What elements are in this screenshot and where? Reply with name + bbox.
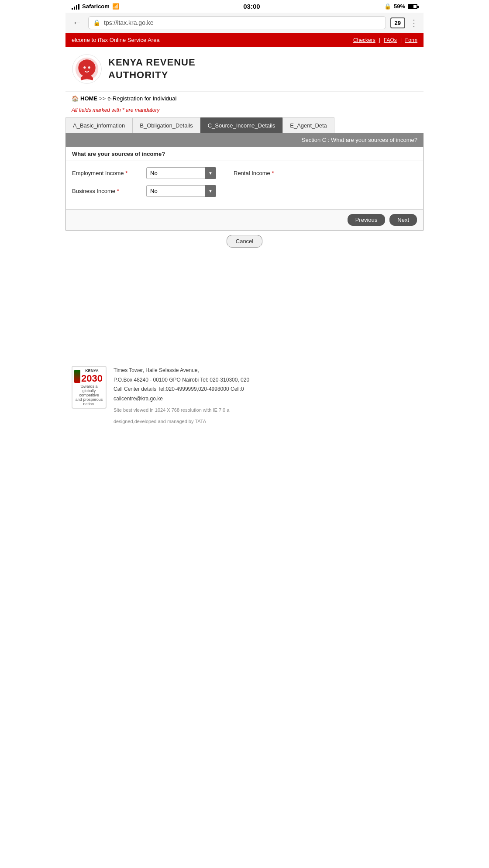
status-time: 03:00 bbox=[243, 3, 260, 10]
top-banner-links: Checkers | FAQs | Form bbox=[353, 37, 417, 43]
browser-lock-icon: 🔒 bbox=[93, 19, 100, 26]
spacer bbox=[65, 252, 424, 339]
cancel-button-wrap: Cancel bbox=[65, 231, 424, 252]
tab-e-agent-details[interactable]: E_Agent_Deta bbox=[282, 117, 334, 133]
income-sources-form: What are your sources of income? Employm… bbox=[65, 147, 424, 231]
lock-status-icon: 🔒 bbox=[384, 3, 391, 10]
svg-point-2 bbox=[83, 66, 86, 69]
home-icon: 🏠 bbox=[72, 95, 79, 102]
tab-c-source-income-details[interactable]: C_Source_Income_Details bbox=[200, 117, 283, 133]
footer-info: Times Tower, Haile Selassie Avenue, P.O.… bbox=[114, 366, 249, 426]
footer-pobox: P.O.Box 48240 - 00100 GPO Nairobi Tel: 0… bbox=[114, 375, 249, 385]
home-link[interactable]: HOME bbox=[80, 95, 97, 102]
section-header: Section C : What are your sources of inc… bbox=[65, 133, 424, 147]
footer-email: callcentre@kra.go.ke bbox=[114, 394, 249, 404]
mandatory-note: All fields marked with * are mandatory bbox=[65, 105, 424, 117]
business-income-select-wrap: No Yes bbox=[146, 185, 216, 197]
footer-site-note: Site best viewed in 1024 X 768 resolutio… bbox=[114, 406, 249, 415]
footer-developer: designed,developed and managed by TATA bbox=[114, 417, 249, 426]
kra-logo-image bbox=[72, 54, 102, 84]
vision-2030-logo: KENYA 2030 towards a globally competitiv… bbox=[72, 366, 107, 409]
breadcrumb-separator: >> bbox=[99, 95, 106, 102]
footer-address: Times Tower, Haile Selassie Avenue, bbox=[114, 366, 249, 375]
rental-income-required: * bbox=[272, 170, 274, 176]
faqs-link[interactable]: FAQs bbox=[384, 37, 397, 43]
tab-b-obligation-details[interactable]: B_Obligation_Details bbox=[132, 117, 200, 133]
business-income-select[interactable]: No Yes bbox=[146, 185, 216, 197]
checkers-link[interactable]: Checkers bbox=[353, 37, 375, 43]
form-inner: Employment Income * No Yes Rental Income… bbox=[66, 161, 423, 209]
tabs-bar: A_Basic_information B_Obligation_Details… bbox=[65, 117, 424, 133]
navigation-buttons-bar: Previous Next bbox=[66, 209, 423, 230]
tab-count-button[interactable]: 29 bbox=[390, 17, 405, 28]
business-income-row: Business Income * No Yes bbox=[72, 185, 417, 197]
status-right: 🔒 59% bbox=[384, 3, 417, 10]
vision-sub1: towards a globally competitive bbox=[74, 384, 104, 397]
status-left: Safaricom 📶 bbox=[72, 3, 119, 10]
cancel-button[interactable]: Cancel bbox=[227, 235, 262, 248]
wifi-icon: 📶 bbox=[112, 3, 119, 10]
status-bar: Safaricom 📶 03:00 🔒 59% bbox=[65, 0, 424, 13]
battery-percent: 59% bbox=[394, 3, 405, 10]
url-text: tps://itax.kra.go.ke bbox=[104, 19, 154, 26]
footer-logo-wrap: KENYA 2030 towards a globally competitiv… bbox=[72, 366, 107, 409]
back-button[interactable]: ← bbox=[71, 17, 84, 28]
employment-income-select[interactable]: No Yes bbox=[146, 167, 216, 179]
vision-year: 2030 bbox=[81, 373, 103, 384]
next-button[interactable]: Next bbox=[389, 214, 417, 226]
previous-button[interactable]: Previous bbox=[348, 214, 386, 226]
carrier-label: Safaricom bbox=[82, 3, 110, 10]
browser-bar: ← 🔒 tps://itax.kra.go.ke 29 ⋮ bbox=[65, 13, 424, 33]
business-income-required: * bbox=[117, 188, 119, 194]
employment-income-label: Employment Income * bbox=[72, 170, 142, 176]
browser-menu-button[interactable]: ⋮ bbox=[410, 17, 418, 28]
battery-icon bbox=[408, 4, 417, 9]
employment-income-required: * bbox=[125, 170, 127, 176]
breadcrumb-page: e-Registration for Individual bbox=[107, 95, 176, 102]
svg-point-3 bbox=[88, 66, 90, 69]
top-banner: elcome to iTax Online Service Area Check… bbox=[65, 33, 424, 47]
employment-income-row: Employment Income * No Yes Rental Income… bbox=[72, 167, 417, 179]
signal-icon bbox=[72, 3, 79, 10]
footer: KENYA 2030 towards a globally competitiv… bbox=[65, 357, 424, 435]
rental-income-label: Rental Income * bbox=[234, 170, 274, 176]
vision-sub2: and prosperous nation. bbox=[74, 397, 104, 406]
address-bar[interactable]: 🔒 tps://itax.kra.go.ke bbox=[88, 16, 386, 29]
business-income-label: Business Income * bbox=[72, 188, 142, 194]
tab-a-basic-information[interactable]: A_Basic_information bbox=[65, 117, 132, 133]
employment-income-select-wrap: No Yes bbox=[146, 167, 216, 179]
breadcrumb: 🏠 HOME >> e-Registration for Individual bbox=[65, 92, 424, 105]
logo-section: Kenya Revenue Authority bbox=[65, 47, 424, 92]
kra-title: Kenya Revenue Authority bbox=[108, 56, 196, 81]
footer-call-center: Call Center details Tel:020-4999999,020-… bbox=[114, 385, 249, 394]
form-legend: What are your sources of income? bbox=[66, 147, 423, 161]
forms-link[interactable]: Form bbox=[405, 37, 417, 43]
welcome-text: elcome to iTax Online Service Area bbox=[72, 37, 160, 43]
